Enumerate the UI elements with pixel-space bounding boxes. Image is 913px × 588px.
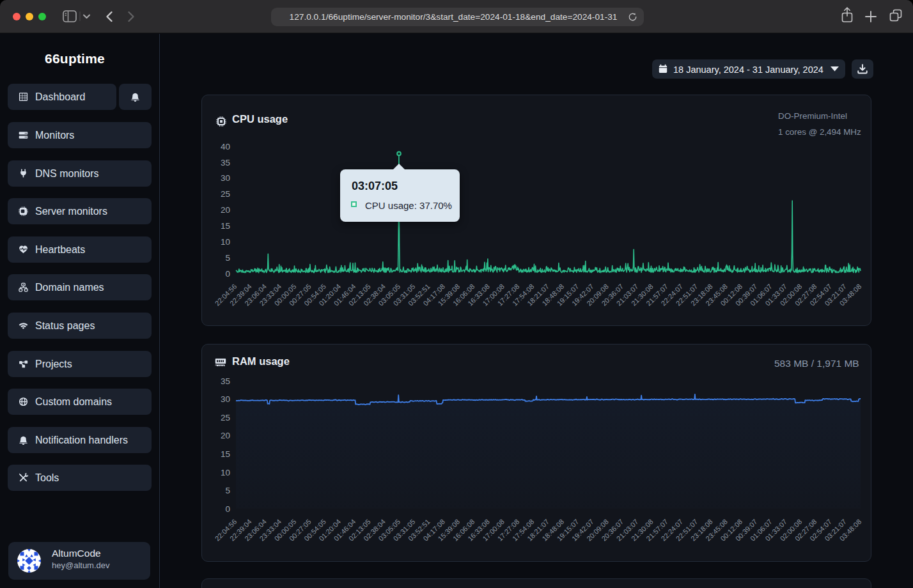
svg-text:5: 5	[225, 253, 230, 263]
svg-text:5: 5	[225, 486, 230, 495]
svg-text:35: 35	[221, 376, 230, 386]
svg-text:10: 10	[221, 468, 230, 477]
svg-text:15: 15	[221, 221, 230, 231]
svg-text:40: 40	[221, 142, 230, 151]
svg-text:25: 25	[221, 189, 230, 199]
svg-text:0: 0	[225, 504, 230, 514]
svg-text:15: 15	[221, 449, 230, 459]
svg-text:0: 0	[225, 269, 230, 279]
svg-text:20: 20	[221, 431, 230, 440]
svg-text:10: 10	[221, 237, 230, 247]
svg-text:30: 30	[221, 173, 230, 183]
svg-text:25: 25	[221, 413, 230, 422]
svg-text:20: 20	[221, 205, 230, 215]
svg-text:35: 35	[221, 158, 230, 167]
svg-text:30: 30	[221, 394, 230, 404]
